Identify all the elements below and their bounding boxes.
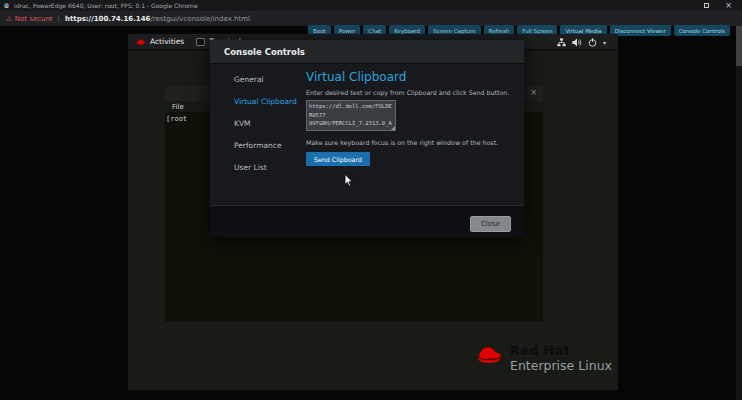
clipboard-textarea[interactable]: https://dl.dell.com/FOLDER0577 09TGNH/PE… [306, 100, 396, 131]
virtual-clipboard-panel: Virtual Clipboard Enter desired text or … [306, 70, 516, 166]
terminal-close-icon[interactable]: × [530, 88, 537, 97]
network-icon [557, 38, 566, 47]
not-secure-label: Not secure [15, 15, 53, 23]
url-host: https://100.74.16.146 [65, 15, 150, 23]
url-path: /restgui/vconsole/index.html [150, 15, 250, 23]
url-separator: | [58, 15, 60, 23]
activities-button[interactable]: Activities [150, 37, 184, 46]
toolbar-button[interactable]: Disconnect Viewer [610, 25, 671, 36]
rhel-logo: Red Hat Enterprise Linux [473, 344, 612, 373]
power-icon [588, 38, 597, 47]
chrome-icon [4, 3, 9, 8]
console-controls-dialog: Console Controls General Virtual Clipboa… [210, 40, 524, 237]
chevron-down-icon: ▾ [603, 39, 606, 46]
clipboard-instruction: Enter desired text or copy from Clipboar… [306, 89, 516, 96]
dialog-nav-item[interactable]: KVM [234, 119, 297, 128]
dialog-nav-item[interactable]: Performance [234, 141, 297, 150]
textarea-resize-grip[interactable] [391, 126, 395, 130]
logo-text-enterprise-linux: Enterprise Linux [510, 358, 612, 373]
terminal-app-icon[interactable] [196, 38, 205, 46]
dialog-body: General Virtual Clipboard KVM Performanc… [210, 64, 524, 205]
scrollbar-thumb[interactable] [736, 26, 742, 66]
restore-window-icon[interactable] [704, 3, 709, 8]
dialog-nav: General Virtual Clipboard KVM Performanc… [234, 75, 297, 185]
not-secure-warning-icon[interactable]: ⚠ [6, 15, 12, 23]
redhat-activities-icon [136, 38, 146, 46]
dialog-nav-item[interactable]: Virtual Clipboard [234, 97, 297, 106]
close-dialog-button[interactable]: Close [470, 216, 511, 232]
dialog-nav-item[interactable]: General [234, 75, 297, 84]
browser-titlebar: idrac, PowerEdge R640, User: root, FPS: … [0, 0, 742, 11]
terminal-menu-file[interactable]: File [172, 103, 184, 111]
keyboard-focus-note: Make sure keyboard focus is on the right… [306, 139, 516, 146]
window-title: idrac, PowerEdge R640, User: root, FPS: … [14, 2, 198, 9]
dialog-footer: Close [210, 205, 524, 237]
redhat-fedora-icon [473, 344, 503, 366]
send-clipboard-button[interactable]: Send Clipboard [306, 152, 370, 166]
logo-text-redhat: Red Hat [510, 344, 612, 358]
dialog-nav-item[interactable]: User List [234, 163, 297, 172]
volume-icon [572, 38, 582, 47]
mouse-cursor-icon [344, 174, 353, 187]
panel-heading: Virtual Clipboard [306, 70, 516, 84]
system-status-area[interactable]: ▾ [557, 34, 606, 50]
url-bar[interactable]: ⚠ Not secure | https://100.74.16.146 /re… [0, 11, 742, 26]
dialog-title: Console Controls [224, 47, 305, 57]
toolbar-button[interactable]: Console Controls [674, 25, 730, 36]
dialog-header[interactable]: Console Controls [210, 40, 524, 64]
close-window-icon[interactable]: × [725, 2, 732, 10]
page-scrollbar[interactable] [736, 26, 742, 400]
